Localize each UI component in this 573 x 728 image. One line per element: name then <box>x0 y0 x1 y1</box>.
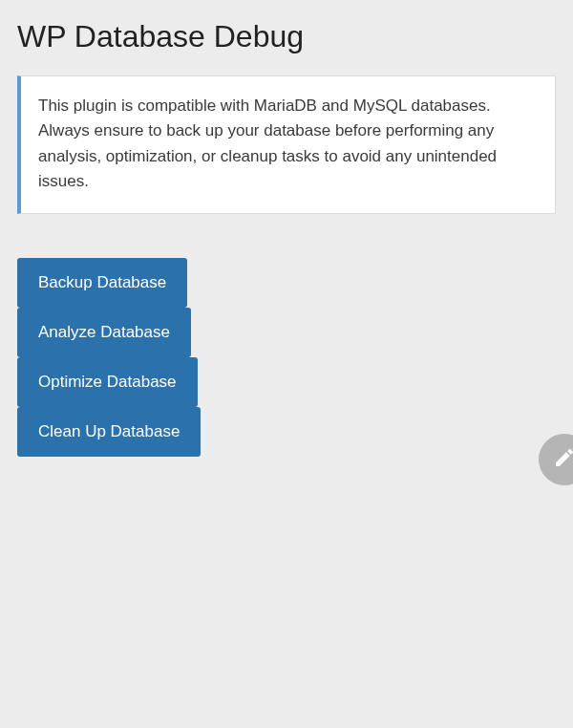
pencil-icon <box>553 446 573 473</box>
backup-database-button[interactable]: Backup Database <box>17 258 187 308</box>
analyze-database-button[interactable]: Analyze Database <box>17 308 191 357</box>
page-title: WP Database Debug <box>17 0 556 75</box>
compatibility-notice: This plugin is compatible with MariaDB a… <box>17 75 556 214</box>
cleanup-database-button[interactable]: Clean Up Database <box>17 407 201 457</box>
optimize-database-button[interactable]: Optimize Database <box>17 357 198 407</box>
notice-text: This plugin is compatible with MariaDB a… <box>38 94 536 194</box>
